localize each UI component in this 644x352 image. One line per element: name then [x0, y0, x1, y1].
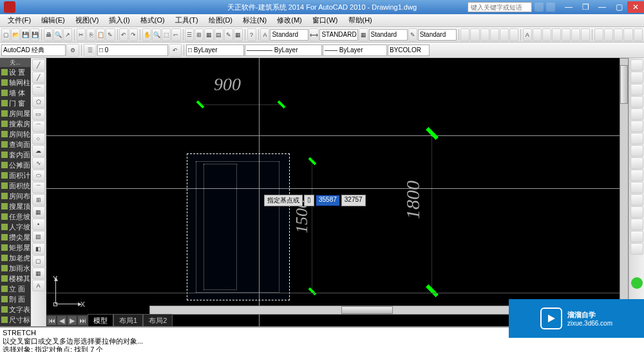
join-button[interactable] — [630, 206, 643, 218]
workspace-combo[interactable]: AutoCAD 经典 — [1, 44, 66, 56]
menu-insert[interactable]: 插入(I) — [104, 14, 135, 26]
help-dropdown-icon[interactable] — [546, 3, 555, 12]
textstyle-combo[interactable]: Standard — [270, 29, 308, 41]
zoom-window-button[interactable]: ⬚ — [162, 28, 171, 41]
search-icon[interactable] — [535, 3, 544, 12]
save-button[interactable]: 💾 — [21, 28, 30, 41]
tb-btn-b[interactable] — [470, 28, 479, 41]
tablestyle-combo[interactable]: Standard — [369, 29, 408, 41]
tab-prev-button[interactable]: ◀ — [57, 316, 66, 325]
tab-layout2[interactable]: 布局2 — [143, 314, 173, 327]
open-button[interactable]: 📂 — [11, 28, 20, 41]
fillet-button[interactable] — [630, 231, 643, 242]
panel-item[interactable]: 任意坡顶 — [0, 211, 30, 222]
revcloud-button[interactable]: ☁ — [32, 145, 45, 157]
rect-button[interactable]: ▭ — [32, 108, 45, 120]
tb-btn-n[interactable] — [594, 28, 603, 41]
panel-item[interactable]: 面积统计 — [0, 181, 30, 191]
doc-minimize-button[interactable]: — — [594, 1, 611, 13]
preview-button[interactable]: 🔍 — [53, 28, 62, 41]
menu-edit[interactable]: 编辑(E) — [36, 14, 70, 26]
menu-format[interactable]: 格式(O) — [135, 14, 170, 26]
undo-button[interactable]: ↶ — [119, 28, 128, 41]
chamfer-button[interactable] — [630, 219, 643, 230]
circle-button[interactable]: ○ — [32, 133, 45, 144]
panel-item[interactable]: 加雨水管 — [0, 263, 30, 273]
copy-obj-button[interactable] — [630, 72, 643, 83]
restore-button[interactable]: ❐ — [577, 1, 594, 13]
menu-dimension[interactable]: 标注(N) — [238, 14, 272, 26]
panel-item[interactable]: 搜索房间 — [0, 119, 30, 129]
polygon-button[interactable]: ⬠ — [32, 96, 45, 108]
tb-btn-o[interactable] — [604, 28, 613, 41]
linetype-combo[interactable]: ———— ByLayer — [245, 44, 322, 56]
properties-button[interactable]: ☰ — [185, 28, 194, 41]
new-button[interactable]: ▢ — [1, 28, 10, 41]
panel-item[interactable]: 攒尖屋顶 — [0, 232, 30, 242]
panel-item[interactable]: 加老虎窗 — [0, 253, 30, 263]
menu-tools[interactable]: 工具(T) — [170, 14, 204, 26]
menu-view[interactable]: 视图(V) — [70, 14, 104, 26]
ellipsearc-button[interactable]: ⌒ — [32, 182, 45, 193]
redo-button[interactable]: ↷ — [129, 28, 138, 41]
tb-btn-f[interactable] — [509, 28, 518, 41]
tb-btn-m[interactable] — [581, 28, 590, 41]
textstyle-icon[interactable]: A — [260, 28, 269, 41]
dimstyle-combo[interactable]: STANDARD — [319, 29, 358, 41]
block-button[interactable]: ▦ — [32, 206, 45, 218]
close-button[interactable]: ✕ — [627, 1, 644, 13]
tab-last-button[interactable]: ⏭ — [78, 316, 87, 325]
tb-btn-r[interactable] — [634, 28, 643, 41]
scale-button[interactable] — [630, 145, 643, 157]
panel-item[interactable]: 设 置 — [0, 67, 30, 77]
pan-button[interactable]: ✋ — [142, 28, 151, 41]
panel-item[interactable]: 人字坡顶 — [0, 222, 30, 232]
menu-file[interactable]: 文件(F) — [3, 14, 36, 26]
ellipse-button[interactable]: ⬭ — [32, 170, 45, 181]
mtext-button[interactable]: A — [32, 280, 45, 291]
mirror-button[interactable] — [630, 84, 643, 95]
lineweight-combo[interactable]: —— ByLayer — [323, 44, 387, 56]
menu-window[interactable]: 窗口(W) — [307, 14, 343, 26]
mleaderstyle-combo[interactable]: Standard — [418, 29, 457, 41]
tb-btn-g[interactable]: A — [523, 28, 532, 41]
copy-button[interactable]: ⎘ — [86, 28, 95, 41]
region-button[interactable]: ▢ — [32, 255, 45, 267]
menu-modify[interactable]: 修改(M) — [272, 14, 307, 26]
tangent-panel-header[interactable]: 天... — [0, 58, 30, 67]
rotate-button[interactable] — [630, 133, 643, 144]
tb-btn-j[interactable] — [552, 28, 561, 41]
help-search-input[interactable] — [468, 2, 532, 12]
zoom-prev-button[interactable]: ⤺ — [171, 28, 180, 41]
tablestyle-icon[interactable]: ▦ — [359, 28, 368, 41]
tb-btn-e[interactable] — [500, 28, 509, 41]
break-button[interactable] — [630, 194, 643, 206]
line-button[interactable]: ╱ — [32, 59, 45, 71]
explode-button[interactable] — [630, 243, 643, 255]
tab-layout1[interactable]: 布局1 — [113, 314, 143, 327]
table-button[interactable]: ▦ — [32, 268, 45, 279]
plotstyle-combo[interactable]: BYCOLOR — [388, 44, 430, 56]
panel-item[interactable]: 矩形屋顶 — [0, 242, 30, 253]
panel-item[interactable]: 剖 面 — [0, 294, 30, 304]
paste-button[interactable]: 📋 — [96, 28, 105, 41]
extend-button[interactable] — [630, 182, 643, 193]
pline-button[interactable]: ⌒ — [32, 84, 45, 95]
scroll-thumb[interactable] — [620, 65, 628, 104]
menu-draw[interactable]: 绘图(D) — [204, 14, 238, 26]
tb-btn-q[interactable] — [623, 28, 632, 41]
matchprop-button[interactable]: ✎ — [106, 28, 115, 41]
panel-item[interactable]: 面积计算 — [0, 170, 30, 181]
gradient-button[interactable]: ◧ — [32, 243, 45, 255]
dyn-value-x[interactable]: 35587 — [316, 195, 340, 206]
scroll-thumb[interactable] — [341, 306, 393, 314]
tb-btn-p[interactable] — [614, 28, 623, 41]
minimize-button[interactable]: — — [560, 1, 577, 13]
panel-item[interactable]: 尺寸标注 — [0, 315, 30, 325]
doc-maximize-button[interactable]: ▢ — [611, 1, 627, 13]
insert-button[interactable]: ⊞ — [32, 194, 45, 206]
tab-model[interactable]: 模型 — [88, 314, 113, 327]
tb-btn-k[interactable] — [562, 28, 571, 41]
menu-help[interactable]: 帮助(H) — [343, 14, 377, 26]
tb-btn-c[interactable] — [480, 28, 489, 41]
